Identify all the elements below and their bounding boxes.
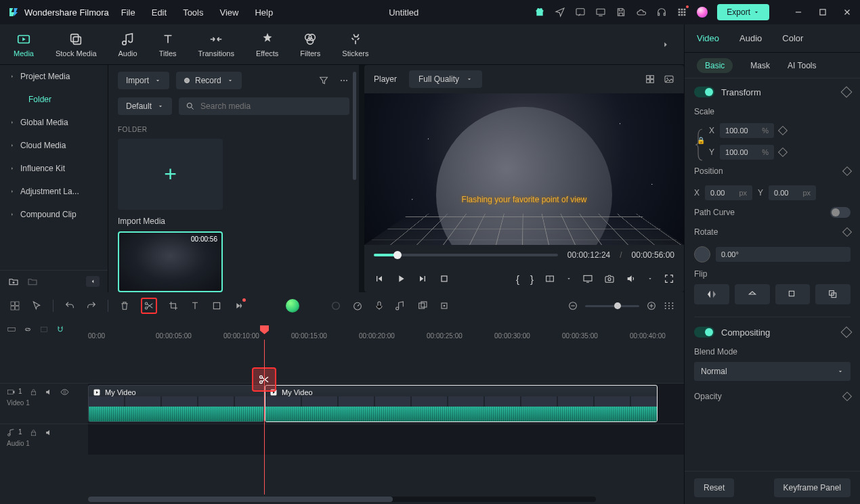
copy-stack-button[interactable]: [815, 284, 851, 304]
chevron-down-icon[interactable]: [566, 276, 572, 281]
display-icon[interactable]: [582, 273, 593, 284]
search-field[interactable]: [179, 97, 349, 115]
maximize-icon[interactable]: [818, 7, 827, 17]
scale-y-input[interactable]: 100.00%: [720, 145, 774, 160]
zoom-fit-icon[interactable]: [664, 300, 674, 311]
ai-orb-icon[interactable]: [286, 299, 299, 313]
sidebar-item-global-media[interactable]: Global Media: [0, 111, 108, 134]
send-icon[interactable]: [555, 7, 565, 18]
pos-x-input[interactable]: 0.00px: [705, 185, 752, 200]
next-frame-icon[interactable]: [417, 273, 428, 284]
menu-file[interactable]: File: [121, 7, 135, 18]
menu-edit[interactable]: Edit: [152, 7, 167, 18]
grid-view-icon[interactable]: [645, 74, 655, 85]
zoom-slider[interactable]: [585, 305, 639, 307]
media-scrollbar[interactable]: [353, 72, 356, 180]
marker-icon[interactable]: [439, 300, 450, 311]
sidebar-item-cloud-media[interactable]: Cloud Media: [0, 134, 108, 157]
scissors-icon[interactable]: [144, 300, 154, 311]
text-icon[interactable]: [190, 300, 200, 311]
crop-icon[interactable]: [168, 300, 179, 311]
mic-icon[interactable]: [374, 300, 385, 311]
fullscreen-icon[interactable]: [664, 273, 674, 284]
lock-icon[interactable]: [29, 388, 38, 396]
screen-icon[interactable]: [595, 7, 606, 18]
menu-tools[interactable]: Tools: [183, 7, 203, 18]
frame-icon[interactable]: [211, 300, 222, 311]
keyframe-icon[interactable]: [842, 227, 852, 237]
record-button[interactable]: Record: [176, 72, 242, 89]
keyframe-icon[interactable]: [842, 166, 852, 176]
more-icon[interactable]: [339, 75, 349, 86]
stop-icon[interactable]: [439, 273, 450, 284]
insp-tab-video[interactable]: Video: [697, 33, 719, 43]
tab-filters[interactable]: Filters: [300, 32, 320, 58]
path-curve-toggle[interactable]: [830, 207, 851, 218]
link-icon[interactable]: [23, 325, 33, 334]
insp-subtab-mask[interactable]: Mask: [750, 61, 770, 70]
mark-out-icon[interactable]: }: [530, 273, 534, 285]
tab-effects[interactable]: Effects: [256, 32, 278, 58]
sort-dropdown[interactable]: Default: [118, 97, 172, 115]
scale-x-input[interactable]: 100.00%: [720, 123, 774, 138]
insp-subtab-ai-tools[interactable]: AI Tools: [788, 61, 816, 70]
mark-in-icon[interactable]: {: [516, 273, 519, 285]
playhead-handle[interactable]: [260, 325, 269, 334]
feedback-icon[interactable]: [575, 7, 586, 18]
import-button[interactable]: Import: [118, 72, 169, 89]
profile-orb[interactable]: [697, 7, 708, 18]
quality-dropdown[interactable]: Full Quality: [409, 70, 482, 88]
zoom-in-icon[interactable]: [646, 300, 657, 311]
insp-tab-audio[interactable]: Audio: [739, 33, 762, 43]
pos-y-input[interactable]: 0.00px: [769, 185, 816, 200]
rotate-knob[interactable]: [694, 246, 710, 262]
compositing-toggle[interactable]: [694, 327, 714, 338]
redo-icon[interactable]: [86, 300, 97, 311]
tab-transitions[interactable]: Transitions: [198, 32, 234, 58]
save-icon[interactable]: [616, 7, 626, 18]
hscroll-thumb[interactable]: [88, 497, 393, 502]
export-button[interactable]: Export: [717, 4, 769, 20]
keyframe-icon[interactable]: [841, 327, 853, 338]
tab-stickers[interactable]: Stickers: [342, 32, 368, 58]
prev-frame-icon[interactable]: [374, 273, 385, 284]
delete-icon[interactable]: [119, 300, 130, 311]
ribbon-more-icon[interactable]: [661, 40, 670, 49]
audio-track-icon[interactable]: [7, 428, 16, 437]
media-clip-thumb[interactable]: 00:00:56: [118, 231, 223, 292]
cursor-icon[interactable]: [31, 300, 42, 311]
eye-icon[interactable]: [60, 388, 69, 396]
audio-mix-icon[interactable]: [395, 300, 406, 311]
filter-icon[interactable]: [318, 75, 329, 86]
copy-button[interactable]: [775, 284, 811, 304]
rotate-input[interactable]: 0.00°: [716, 247, 851, 262]
scrub-thumb[interactable]: [393, 251, 402, 259]
apps-icon-wrap[interactable]: [676, 7, 687, 18]
close-icon[interactable]: [842, 7, 852, 17]
undo-icon[interactable]: [64, 300, 75, 311]
flip-v-button[interactable]: [735, 284, 770, 304]
scale-link-icon[interactable]: [694, 123, 705, 166]
sidebar-item-project-media[interactable]: Project Media: [0, 65, 108, 88]
keyframe-icon[interactable]: [778, 126, 788, 135]
player-viewport[interactable]: Flashing your favorite point of view: [364, 93, 684, 245]
image-icon[interactable]: [664, 74, 674, 85]
menu-help[interactable]: Help: [255, 7, 273, 18]
keyframe-icon[interactable]: [841, 87, 853, 98]
keyframe-panel-button[interactable]: Keyframe Panel: [774, 478, 851, 497]
video-track-body[interactable]: My Video My Video: [88, 384, 684, 423]
mute-icon[interactable]: [45, 388, 53, 396]
ratio-icon[interactable]: [544, 273, 555, 284]
search-input[interactable]: [200, 101, 343, 111]
magnet-icon[interactable]: [56, 325, 65, 334]
hscroll-track[interactable]: [88, 497, 596, 502]
new-folder-icon[interactable]: [8, 276, 19, 287]
menu-view[interactable]: View: [219, 7, 238, 18]
timeline-clip-1[interactable]: My Video: [88, 385, 264, 422]
chroma-icon[interactable]: [417, 300, 428, 311]
cloud-icon[interactable]: [636, 7, 647, 18]
keyframe-icon[interactable]: [842, 392, 852, 401]
snapshot-icon[interactable]: [604, 273, 615, 284]
volume-icon[interactable]: [626, 273, 637, 284]
import-placeholder[interactable]: +: [118, 139, 223, 210]
